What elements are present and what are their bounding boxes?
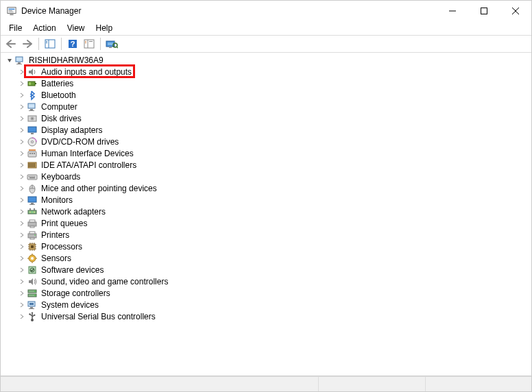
minimize-button[interactable] (437, 1, 468, 21)
svg-rect-11 (46, 41, 47, 42)
mouse-icon (27, 183, 38, 194)
hid-icon (27, 148, 38, 159)
svg-rect-4 (10, 14, 13, 15)
svg-rect-43 (32, 153, 33, 154)
device-category-node[interactable]: Sensors (1, 252, 531, 264)
menu-action[interactable]: Action (27, 22, 61, 34)
svg-rect-22 (109, 47, 112, 48)
printqueue-icon (27, 218, 38, 229)
device-category-node[interactable]: Display adapters (1, 124, 531, 136)
menubar: File Action View Help (1, 21, 531, 35)
chevron-right-icon[interactable] (17, 79, 27, 88)
svg-point-102 (34, 291, 36, 292)
disk-icon (27, 113, 38, 124)
svg-rect-45 (29, 149, 36, 151)
tree-root-node[interactable]: RISHIDHARIW36A9 (1, 54, 531, 66)
chevron-right-icon[interactable] (17, 67, 27, 77)
chevron-right-icon[interactable] (17, 312, 27, 321)
device-category-node[interactable]: Human Interface Devices (1, 147, 531, 159)
printer-icon (27, 230, 38, 241)
device-category-label: Batteries (40, 79, 74, 88)
svg-rect-113 (34, 314, 35, 315)
device-category-node[interactable]: Keyboards (1, 171, 531, 182)
device-category-node[interactable]: Printers (1, 229, 531, 241)
device-tree-container[interactable]: RISHIDHARIW36A9 Audio inputs and outputs… (1, 53, 531, 376)
svg-rect-107 (29, 308, 34, 309)
device-category-node[interactable]: Mice and other pointing devices (1, 182, 531, 194)
chevron-right-icon[interactable] (17, 207, 27, 217)
device-category-node[interactable]: Monitors (1, 194, 531, 206)
svg-point-103 (34, 295, 36, 296)
device-tree: RISHIDHARIW36A9 Audio inputs and outputs… (1, 54, 531, 322)
device-category-node[interactable]: Disk drives (1, 112, 531, 124)
device-category-label: Display adapters (40, 125, 103, 135)
chevron-right-icon[interactable] (17, 114, 27, 123)
device-category-node[interactable]: Bluetooth (1, 89, 531, 101)
chevron-right-icon[interactable] (17, 90, 27, 100)
device-category-node[interactable]: Storage controllers (1, 287, 531, 299)
device-category-node[interactable]: Universal Serial Bus controllers (1, 310, 531, 322)
properties-button[interactable] (82, 36, 97, 51)
chevron-down-icon[interactable] (5, 56, 14, 65)
computer-icon (27, 101, 38, 112)
device-category-node[interactable]: Audio inputs and outputs (1, 66, 531, 77)
svg-rect-51 (34, 163, 35, 167)
chevron-right-icon[interactable] (17, 195, 27, 205)
menu-file[interactable]: File (3, 22, 27, 34)
svg-rect-58 (29, 177, 35, 178)
chevron-right-icon[interactable] (17, 219, 27, 228)
device-category-node[interactable]: IDE ATA/ATAPI controllers (1, 159, 531, 171)
chevron-right-icon[interactable] (17, 160, 27, 170)
scan-hardware-button[interactable] (104, 36, 119, 51)
chevron-right-icon[interactable] (17, 230, 27, 240)
svg-rect-71 (28, 222, 36, 226)
computer-icon (14, 55, 25, 66)
svg-rect-25 (16, 57, 23, 62)
sound-icon (27, 276, 38, 287)
menu-view[interactable]: View (62, 22, 90, 34)
svg-rect-38 (31, 133, 34, 134)
back-button[interactable] (3, 36, 19, 51)
chevron-right-icon[interactable] (17, 289, 27, 298)
svg-rect-6 (481, 8, 487, 14)
device-category-node[interactable]: Network adapters (1, 206, 531, 217)
chevron-right-icon[interactable] (17, 125, 27, 135)
show-hide-tree-button[interactable] (43, 36, 58, 51)
device-category-label: Human Interface Devices (40, 149, 134, 158)
chevron-right-icon[interactable] (17, 172, 27, 182)
device-category-node[interactable]: Batteries (1, 77, 531, 89)
status-cell (318, 377, 424, 391)
svg-rect-63 (31, 203, 34, 204)
device-category-node[interactable]: Processors (1, 241, 531, 252)
device-category-node[interactable]: Software devices (1, 264, 531, 275)
device-category-node[interactable]: System devices (1, 299, 531, 310)
svg-rect-33 (29, 110, 34, 111)
svg-rect-31 (28, 103, 35, 108)
forward-button[interactable] (20, 36, 35, 51)
device-category-label: Software devices (40, 265, 104, 275)
monitor-icon (27, 195, 38, 206)
chevron-right-icon[interactable] (17, 254, 27, 263)
device-category-node[interactable]: DVD/CD-ROM drives (1, 136, 531, 147)
chevron-right-icon[interactable] (17, 149, 27, 158)
chevron-right-icon[interactable] (17, 242, 27, 252)
status-cell (425, 377, 531, 391)
menu-help[interactable]: Help (90, 22, 119, 34)
chevron-right-icon[interactable] (17, 265, 27, 275)
device-category-label: Print queues (40, 219, 88, 228)
close-button[interactable] (500, 1, 531, 21)
chevron-right-icon[interactable] (17, 137, 27, 147)
chevron-right-icon[interactable] (17, 300, 27, 310)
window-title: Device Manager (21, 6, 437, 16)
maximize-button[interactable] (468, 1, 500, 21)
help-button[interactable]: ? (65, 36, 80, 51)
chevron-right-icon[interactable] (17, 277, 27, 286)
chevron-right-icon[interactable] (17, 102, 27, 112)
app-icon (6, 5, 17, 16)
device-category-node[interactable]: Print queues (1, 217, 531, 229)
device-category-node[interactable]: Computer (1, 101, 531, 112)
chevron-right-icon[interactable] (17, 184, 27, 193)
device-category-label: Universal Serial Bus controllers (40, 312, 156, 321)
device-category-label: DVD/CD-ROM drives (40, 137, 119, 147)
device-category-node[interactable]: Sound, video and game controllers (1, 275, 531, 287)
